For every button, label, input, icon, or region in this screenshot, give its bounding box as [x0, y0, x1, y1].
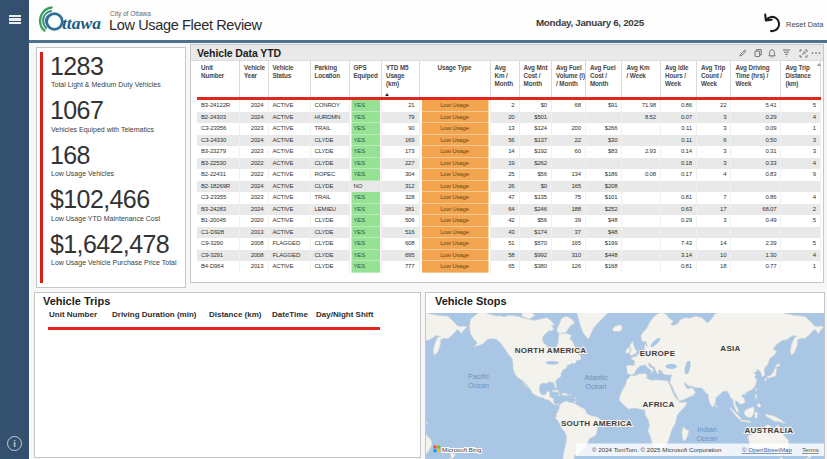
svg-text:© OpenStreetMap: © OpenStreetMap — [742, 446, 793, 453]
svg-text:Ocean: Ocean — [585, 382, 606, 391]
svg-text:Pacific: Pacific — [468, 372, 490, 381]
svg-text:SOUTH AMERICA: SOUTH AMERICA — [561, 419, 632, 428]
svg-text:Atlantic: Atlantic — [584, 373, 608, 382]
svg-text:© 2024 TomTom. © 2025 Microsof: © 2024 TomTom. © 2025 Microsoft Corporat… — [592, 446, 722, 453]
svg-text:Ocean: Ocean — [468, 381, 489, 390]
svg-text:NORTH AMERICA: NORTH AMERICA — [515, 346, 587, 355]
svg-text:ttawa: ttawa — [62, 13, 101, 33]
svg-text:Microsoft Bing: Microsoft Bing — [442, 446, 482, 453]
svg-text:AUSTRALIA: AUSTRALIA — [745, 426, 794, 435]
svg-text:ASIA: ASIA — [720, 344, 740, 353]
svg-text:EUROPE: EUROPE — [640, 349, 676, 358]
svg-text:AFRICA: AFRICA — [642, 400, 674, 409]
svg-text:Ocean: Ocean — [696, 434, 717, 443]
svg-text:Indian: Indian — [697, 425, 717, 434]
svg-text:Terms: Terms — [802, 446, 819, 453]
